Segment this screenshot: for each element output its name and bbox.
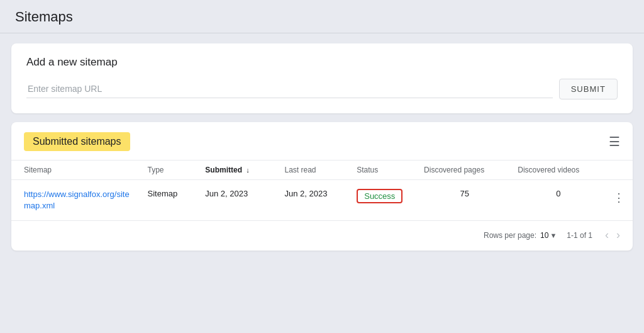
rows-per-page-control: Rows per page: 10 ▼ — [484, 231, 557, 240]
content-area: Add a new sitemap SUBMIT Submitted sitem… — [0, 33, 644, 261]
submitted-card-header: Submitted sitemaps ☰ — [11, 132, 633, 160]
sort-arrow-submitted: ↓ — [246, 166, 250, 174]
cell-sitemap[interactable]: https://www.signalfox.org/sitemap.xml — [11, 180, 142, 221]
col-header-actions — [605, 161, 633, 180]
cell-status: Success — [350, 180, 418, 221]
col-header-sitemap: Sitemap — [11, 161, 142, 180]
page-title-bar: Sitemaps — [0, 0, 644, 33]
table-footer: Rows per page: 10 ▼ 1-1 of 1 ‹ › — [11, 221, 633, 251]
table-header-row: Sitemap Type Submitted ↓ Last read Statu… — [11, 161, 633, 180]
rows-per-page-chevron: ▼ — [550, 232, 557, 239]
submitted-sitemaps-label: Submitted sitemaps — [24, 132, 130, 151]
col-header-submitted[interactable]: Submitted ↓ — [199, 161, 278, 180]
table-row: https://www.signalfox.org/sitemap.xml Si… — [11, 180, 633, 221]
rows-per-page-label: Rows per page: — [484, 231, 536, 240]
row-more-button[interactable]: ⋮ — [611, 189, 626, 206]
rows-per-page-value: 10 — [540, 231, 548, 240]
col-header-submitted-label: Submitted — [205, 166, 242, 174]
filter-icon[interactable]: ☰ — [609, 134, 620, 149]
cell-discpages: 75 — [418, 180, 511, 221]
add-sitemap-title: Add a new sitemap — [26, 56, 618, 69]
col-header-discvideos: Discovered videos — [511, 161, 605, 180]
rows-per-page-dropdown[interactable]: 10 ▼ — [540, 231, 557, 240]
prev-page-button[interactable]: ‹ — [602, 227, 611, 243]
col-header-discpages: Discovered pages — [418, 161, 511, 180]
add-sitemap-card: Add a new sitemap SUBMIT — [11, 43, 633, 113]
next-page-button[interactable]: › — [614, 227, 623, 243]
add-sitemap-row: SUBMIT — [26, 79, 618, 99]
col-header-lastread: Last read — [279, 161, 351, 180]
submit-button[interactable]: SUBMIT — [559, 79, 618, 99]
cell-actions: ⋮ — [605, 180, 633, 221]
cell-submitted: Jun 2, 2023 — [199, 180, 278, 221]
submitted-card: Submitted sitemaps ☰ Sitemap Type Submit… — [11, 122, 633, 251]
col-header-type: Type — [142, 161, 199, 180]
sitemap-url-input[interactable] — [26, 80, 553, 98]
col-header-status: Status — [350, 161, 418, 180]
pagination-nav: ‹ › — [602, 227, 623, 243]
page-title: Sitemaps — [15, 9, 629, 25]
status-success-badge: Success — [357, 189, 402, 203]
sitemap-table: Sitemap Type Submitted ↓ Last read Statu… — [11, 160, 633, 221]
cell-discvideos: 0 — [511, 180, 605, 221]
cell-type: Sitemap — [142, 180, 199, 221]
pagination-info: 1-1 of 1 — [567, 231, 592, 240]
cell-lastread: Jun 2, 2023 — [279, 180, 351, 221]
